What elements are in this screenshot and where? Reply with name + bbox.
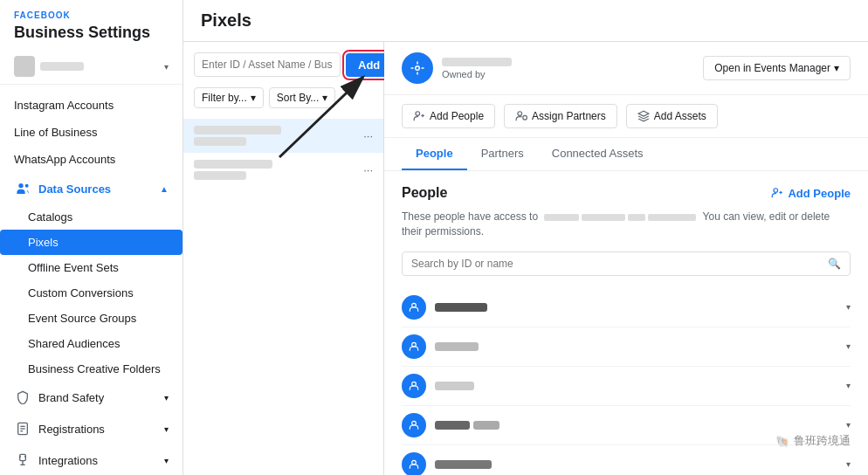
owned-by-label: Owned by (442, 69, 512, 79)
sidebar-item-label: Data Sources (38, 182, 111, 196)
sidebar-item-lob[interactable]: Line of Business (0, 119, 183, 146)
assign-partners-button[interactable]: Assign Partners (504, 104, 617, 128)
chevron-down-icon: ▾ (846, 302, 851, 312)
assign-partners-label: Assign Partners (532, 110, 606, 122)
person-name-bar (473, 421, 499, 430)
sidebar-item-brand-safety[interactable]: Brand Safety ▾ (0, 382, 183, 413)
sidebar-item-biz-creative[interactable]: Business Creative Folders (0, 356, 183, 382)
svg-point-30 (412, 421, 417, 425)
sidebar-item-registrations[interactable]: Registrations ▾ (0, 413, 183, 444)
sidebar-item-whatsapp[interactable]: WhatsApp Accounts (0, 146, 183, 173)
sidebar-item-pixels[interactable]: Pixels (0, 230, 183, 255)
chevron-down-icon: ▾ (846, 381, 851, 390)
people-section-header: People Add People (402, 185, 851, 201)
facebook-logo: FACEBOOK (14, 10, 169, 20)
sidebar-item-label: Line of Business (14, 126, 97, 139)
add-people-label: Add People (430, 110, 484, 122)
desc-placeholder (544, 214, 579, 221)
panel-body: People Add People These people have acce… (384, 171, 868, 475)
sidebar-item-instagram[interactable]: Instagram Accounts (0, 92, 183, 119)
svg-point-1 (25, 184, 29, 188)
open-events-manager-button[interactable]: Open in Events Manager ▾ (703, 56, 851, 80)
chevron-down-icon: ▾ (251, 92, 256, 104)
add-people-inline-button[interactable]: Add People (771, 187, 851, 200)
sidebar-item-integrations[interactable]: Integrations ▾ (0, 444, 183, 475)
svg-rect-6 (20, 454, 26, 460)
page-title: Pixels (183, 0, 868, 42)
pixel-owned-bar (442, 58, 512, 66)
pixel-list-panel: Add Filter by... ▾ Sort By... ▾ (183, 42, 384, 475)
pixel-icon (402, 52, 433, 84)
more-icon: ··· (363, 163, 373, 176)
add-assets-button[interactable]: Add Assets (626, 104, 718, 128)
svg-point-31 (412, 460, 417, 465)
person-avatar (402, 334, 426, 359)
account-name (40, 62, 84, 71)
person-name-bar (435, 382, 474, 390)
person-row: ▾ (402, 367, 851, 406)
person-name-bar (435, 342, 479, 351)
tab-connected-assets[interactable]: Connected Assets (538, 138, 658, 170)
sidebar-item-label: Instagram Accounts (14, 99, 114, 112)
content-area: Add Filter by... ▾ Sort By... ▾ (183, 42, 868, 475)
chevron-down-icon: ▾ (322, 92, 327, 104)
svg-point-18 (416, 66, 420, 71)
sidebar-item-event-source[interactable]: Event Source Groups (0, 306, 183, 331)
person-row: ▾ (402, 327, 851, 367)
person-avatar (402, 374, 426, 398)
person-avatar (402, 413, 426, 437)
tabs: People Partners Connected Assets (384, 138, 868, 171)
main-content: Pixels Add Filter by... ▾ Sort By... ▾ (183, 0, 868, 475)
sidebar-nav: Instagram Accounts Line of Business What… (0, 85, 183, 475)
pixel-detail-header: Owned by Open in Events Manager ▾ (384, 42, 868, 95)
chevron-down-icon: ▾ (164, 62, 169, 72)
person-row: ▾ (402, 288, 851, 327)
desc-placeholder (582, 214, 625, 221)
tab-people[interactable]: People (402, 138, 467, 170)
sidebar-item-data-sources[interactable]: Data Sources ▲ (0, 173, 183, 204)
pixel-detail-panel: Owned by Open in Events Manager ▾ Add Pe… (384, 42, 868, 475)
sidebar-item-shared-aud[interactable]: Shared Audiences (0, 331, 183, 356)
chevron-up-icon: ▲ (160, 184, 169, 194)
search-add-row: Add (183, 52, 383, 87)
add-people-action-button[interactable]: Add People (402, 104, 495, 128)
chevron-down-icon: ▾ (846, 420, 851, 430)
desc-placeholder (648, 214, 696, 221)
sidebar-item-offline-events[interactable]: Offline Event Sets (0, 255, 183, 280)
pixel-list-item[interactable]: ··· (183, 119, 383, 153)
person-name-bar (435, 303, 487, 312)
svg-point-22 (518, 112, 522, 116)
filter-button[interactable]: Filter by... ▾ (194, 87, 264, 108)
people-icon (14, 180, 31, 197)
person-avatar (402, 452, 426, 475)
sidebar-header: FACEBOOK Business Settings (0, 0, 183, 49)
desc-placeholder (628, 214, 645, 221)
sidebar-item-custom-conv[interactable]: Custom Conversions (0, 280, 183, 306)
person-row: ▾ (402, 445, 851, 475)
svg-point-19 (416, 112, 420, 116)
account-selector[interactable]: ▾ (0, 49, 183, 85)
chevron-down-icon: ▾ (164, 456, 169, 465)
person-name-bar (435, 421, 470, 430)
svg-point-27 (412, 303, 417, 307)
pixel-list-item[interactable]: ··· (183, 153, 383, 187)
chevron-down-icon: ▾ (164, 393, 169, 403)
svg-point-24 (774, 189, 778, 193)
search-people-input[interactable] (411, 258, 828, 270)
chevron-down-icon: ▾ (846, 459, 851, 469)
svg-point-28 (412, 342, 417, 347)
sidebar-item-label: WhatsApp Accounts (14, 153, 115, 166)
chevron-down-icon: ▾ (834, 62, 839, 74)
action-row: Add People Assign Partners Add Assets (384, 95, 868, 138)
sidebar-item-catalogs[interactable]: Catalogs (0, 204, 183, 230)
sort-button[interactable]: Sort By... ▾ (269, 87, 335, 108)
watermark: 🐚 鲁班跨境通 (775, 433, 851, 449)
search-input[interactable] (194, 52, 341, 77)
pixel-list: ··· ··· (183, 119, 383, 465)
add-assets-label: Add Assets (654, 110, 706, 122)
svg-point-29 (412, 382, 417, 386)
search-people-row: 🔍 (402, 251, 851, 276)
account-avatar (14, 56, 35, 77)
tab-partners[interactable]: Partners (467, 138, 538, 170)
person-avatar (402, 295, 426, 320)
